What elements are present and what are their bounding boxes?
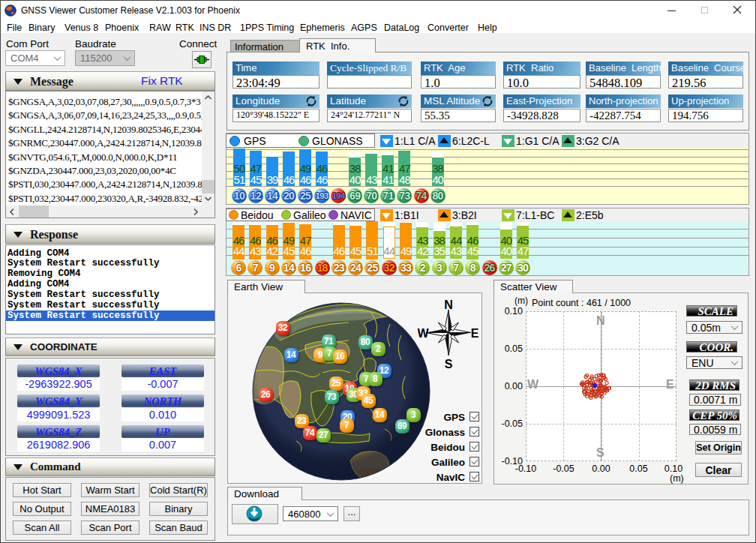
svg-text:W: W	[418, 327, 429, 340]
svg-text:N: N	[444, 298, 453, 311]
svg-text:S: S	[445, 358, 453, 370]
svg-text:E: E	[471, 327, 479, 340]
